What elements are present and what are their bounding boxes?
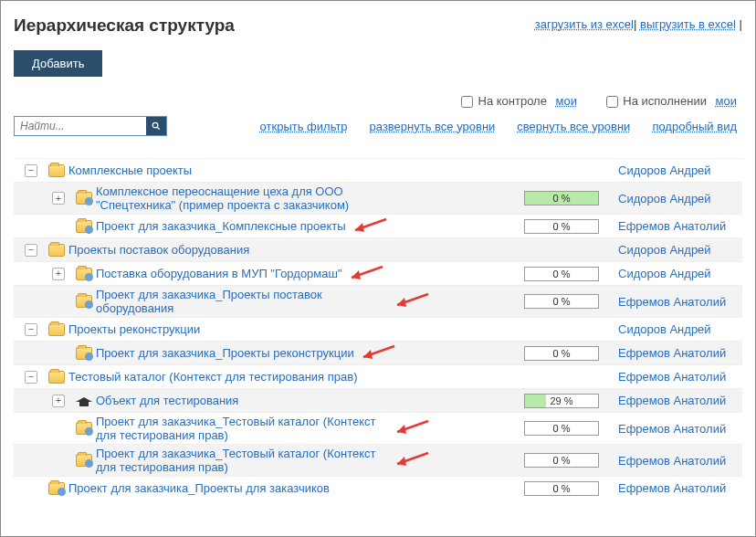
owner-link[interactable]: Ефремов Анатолий bbox=[618, 454, 742, 468]
owner-link[interactable]: Ефремов Анатолий bbox=[618, 295, 742, 309]
folder-people-icon bbox=[76, 220, 92, 233]
tree-row: −Тестовый каталог (Контекст для тестиров… bbox=[14, 364, 742, 388]
annotation-arrow-icon bbox=[342, 265, 386, 283]
progress-bar: 29 % bbox=[524, 394, 599, 408]
progress-percent: 0 % bbox=[525, 192, 598, 205]
folder-icon bbox=[48, 323, 65, 336]
progress-cell: 0 % bbox=[518, 294, 605, 309]
expand-toggle[interactable]: + bbox=[52, 268, 65, 280]
tree-item-title[interactable]: Проект для заказчика_Тестовый каталог (К… bbox=[96, 415, 388, 442]
owner-link[interactable]: Ефремов Анатолий bbox=[618, 346, 742, 360]
progress-cell: 0 % bbox=[518, 453, 605, 468]
progress-percent: 0 % bbox=[525, 454, 598, 467]
owner-link[interactable]: Ефремов Анатолий bbox=[618, 219, 742, 233]
owner-link[interactable]: Сидоров Андрей bbox=[618, 243, 742, 257]
svg-line-1 bbox=[157, 127, 160, 130]
on-control-label: На контроле bbox=[478, 94, 547, 108]
owner-link[interactable]: Сидоров Андрей bbox=[618, 322, 742, 336]
on-control-checkbox[interactable] bbox=[461, 96, 473, 108]
tree-item-title[interactable]: Проект для заказчика_Проекты реконструкц… bbox=[96, 346, 354, 360]
tree-item-title[interactable]: Проекты реконструкции bbox=[68, 322, 200, 336]
owner-link[interactable]: Ефремов Анатолий bbox=[618, 422, 742, 436]
tree-row: Проект для заказчика_Тестовый каталог (К… bbox=[14, 412, 742, 444]
tree-row: Проект для заказчика_Комплексные проекты… bbox=[14, 214, 742, 237]
tree-row: +Комплексное переоснащение цеха для ООО … bbox=[14, 182, 742, 214]
progress-cell: 0 % bbox=[518, 421, 605, 436]
owner-link[interactable]: Сидоров Андрей bbox=[618, 192, 742, 205]
tree-item-title[interactable]: Проект для заказчика_Комплексные проекты bbox=[96, 219, 346, 233]
tree-item-title[interactable]: Тестовый каталог (Контекст для тестирова… bbox=[68, 370, 357, 384]
progress-percent: 29 % bbox=[525, 395, 598, 407]
tree-row: Проект для заказчика_Проекты для заказчи… bbox=[14, 476, 742, 500]
collapse-toggle[interactable]: − bbox=[25, 164, 37, 177]
search-icon bbox=[152, 121, 161, 132]
folder-icon bbox=[48, 371, 65, 384]
folder-icon bbox=[48, 164, 65, 177]
owner-link[interactable]: Ефремов Анатолий bbox=[618, 370, 742, 384]
owner-link[interactable]: Сидоров Андрей bbox=[618, 267, 742, 280]
on-exec-mine-link[interactable]: мои bbox=[716, 94, 737, 108]
folder-people-icon bbox=[48, 482, 65, 495]
progress-cell: 0 % bbox=[518, 267, 605, 281]
progress-bar: 0 % bbox=[524, 346, 599, 361]
progress-percent: 0 % bbox=[525, 220, 598, 233]
progress-cell: 0 % bbox=[518, 191, 605, 205]
on-exec-checkbox[interactable] bbox=[606, 96, 618, 108]
progress-bar: 0 % bbox=[524, 481, 599, 496]
tree-item-title[interactable]: Проект для заказчика_Проекты для заказчи… bbox=[68, 481, 330, 495]
folder-people-icon bbox=[76, 422, 92, 435]
tree-item-title[interactable]: Комплексное переоснащение цеха для ООО "… bbox=[96, 184, 388, 212]
folder-people-icon bbox=[76, 295, 92, 308]
owner-link[interactable]: Ефремов Анатолий bbox=[618, 481, 742, 495]
folder-icon bbox=[48, 244, 65, 257]
progress-bar: 0 % bbox=[524, 453, 599, 468]
owner-link[interactable]: Сидоров Андрей bbox=[618, 163, 742, 177]
collapse-all-link[interactable]: свернуть все уровни bbox=[517, 120, 630, 133]
folder-people-icon bbox=[76, 347, 92, 360]
progress-cell: 29 % bbox=[518, 394, 605, 408]
tree-row: −Комплексные проектыСидоров Андрей bbox=[14, 158, 742, 182]
add-button[interactable]: Добавить bbox=[14, 50, 102, 77]
annotation-arrow-icon bbox=[388, 292, 432, 311]
search-container bbox=[14, 116, 167, 136]
on-exec-label: На исполнении bbox=[623, 94, 707, 108]
progress-percent: 0 % bbox=[525, 482, 598, 495]
tree-item-title[interactable]: Проект для заказчика_Проекты поставок об… bbox=[96, 288, 388, 315]
tree-item-title[interactable]: Проекты поставок оборудования bbox=[68, 243, 249, 257]
progress-percent: 0 % bbox=[525, 295, 598, 308]
on-control-mine-link[interactable]: мои bbox=[556, 94, 577, 108]
progress-bar: 0 % bbox=[524, 219, 599, 234]
open-filter-link[interactable]: открыть фильтр bbox=[260, 120, 348, 133]
collapse-toggle[interactable]: − bbox=[25, 323, 37, 336]
expand-toggle[interactable]: + bbox=[52, 395, 65, 407]
progress-bar: 0 % bbox=[524, 294, 599, 309]
tree-row: +Поставка оборудования в МУП "Гордормаш"… bbox=[14, 261, 742, 285]
tree-row: −Проекты поставок оборудованияСидоров Ан… bbox=[14, 237, 742, 261]
detailed-view-link[interactable]: подробный вид bbox=[652, 120, 737, 133]
tree-row: −Проекты реконструкцииСидоров Андрей bbox=[14, 317, 742, 341]
page-title: Иерархическая структура bbox=[14, 16, 235, 36]
annotation-arrow-icon bbox=[388, 419, 432, 437]
owner-link[interactable]: Ефремов Анатолий bbox=[618, 394, 742, 407]
expand-all-link[interactable]: развернуть все уровни bbox=[370, 120, 496, 133]
top-links: загрузить из excel| выгрузить в excel | bbox=[535, 8, 742, 31]
search-button[interactable] bbox=[146, 117, 166, 135]
tree-item-title[interactable]: Проект для заказчика_Тестовый каталог (К… bbox=[96, 447, 388, 474]
progress-bar: 0 % bbox=[524, 421, 599, 436]
progress-cell: 0 % bbox=[518, 346, 605, 361]
collapse-toggle[interactable]: − bbox=[25, 244, 37, 257]
progress-cell: 0 % bbox=[518, 219, 605, 234]
search-input[interactable] bbox=[15, 117, 146, 135]
tree-item-title[interactable]: Комплексные проекты bbox=[68, 163, 192, 177]
progress-percent: 0 % bbox=[525, 268, 598, 280]
progress-bar: 0 % bbox=[524, 267, 599, 281]
export-to-excel-link[interactable]: выгрузить в excel bbox=[640, 17, 736, 31]
tree-item-title[interactable]: Поставка оборудования в МУП "Гордормаш" bbox=[96, 267, 342, 280]
tree-row: Проект для заказчика_Тестовый каталог (К… bbox=[14, 444, 742, 476]
expand-toggle[interactable]: + bbox=[52, 192, 65, 205]
collapse-toggle[interactable]: − bbox=[25, 371, 37, 384]
tree-item-title[interactable]: Объект для тестирования bbox=[96, 394, 238, 407]
load-from-excel-link[interactable]: загрузить из excel bbox=[535, 17, 634, 31]
folder-people-icon bbox=[76, 268, 92, 280]
folder-people-icon bbox=[76, 454, 92, 467]
